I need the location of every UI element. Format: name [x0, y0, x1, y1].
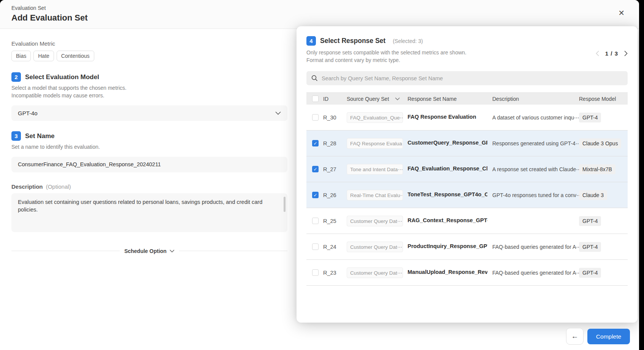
step-2-badge: 2 [11, 72, 21, 82]
row-id: R_27 [323, 166, 336, 172]
response-set-name-link[interactable]: ToneTest_Response_GPT4o_Conv⋯ [408, 191, 487, 197]
row-id: R_23 [323, 270, 336, 276]
response-set-name-link[interactable]: CustomerQuery_Response_GPT-⋯ [408, 140, 487, 146]
row-description: A dataset of various customer inqu⋯ [492, 115, 579, 121]
schedule-option-toggle[interactable]: Schedule Option [11, 248, 287, 254]
textarea-scrollbar[interactable] [284, 197, 286, 212]
add-evaluation-set-window: Evaluation Set Add Evaluation Set ✕ Eval… [0, 0, 639, 350]
window-header: Evaluation Set Add Evaluation Set ✕ [0, 0, 639, 29]
table-row[interactable]: ✓ R_28 FAQ Response Evalua⋯ CustomerQuer… [306, 130, 628, 156]
step-2-title: Select Evaluation Model [25, 73, 99, 81]
search-bar [306, 71, 628, 85]
row-id: R_30 [323, 115, 336, 121]
metric-chip-contentious[interactable]: Contentious [57, 51, 94, 61]
respose-model-pill: GPT-4 [579, 268, 601, 278]
step-2-description-line2: Incompatible models may cause errors. [11, 92, 287, 100]
source-query-set-tag: Real-Time Chat Evalu⋯ [347, 190, 403, 200]
respose-model-pill: Claude 3 [579, 190, 607, 200]
row-description: FAQ-based queries generated for A⋯ [492, 244, 581, 250]
row-checkbox[interactable] [312, 218, 319, 224]
breadcrumb: Evaluation Set [11, 5, 639, 11]
page-next-icon[interactable] [624, 51, 628, 56]
row-id: R_24 [323, 244, 336, 250]
evaluation-model-value: GPT-4o [18, 110, 38, 116]
source-query-set-tag: FAQ Response Evalua⋯ [347, 138, 403, 149]
table-row[interactable]: R_25 Customer Query Dat⋯ RAG_Context_Res… [306, 208, 628, 234]
arrow-left-icon: ← [571, 332, 579, 340]
step-4-description-line2: Format and content vary by metric type. [306, 57, 466, 64]
chevron-down-icon [170, 250, 179, 253]
step-3-title: Set Name [25, 132, 54, 140]
row-id: R_25 [323, 218, 336, 224]
response-set-name-link[interactable]: FAQ Response Evaluation [408, 114, 476, 120]
metric-chip-bias[interactable]: Bias [11, 51, 31, 61]
row-checkbox[interactable] [312, 243, 319, 250]
table-header-row: ID Source Query Set Response Set Name De… [306, 92, 628, 105]
complete-button[interactable]: Complete [587, 329, 630, 344]
source-query-set-tag: FAQ_Evaluation_Que⋯ [347, 112, 403, 123]
search-icon [311, 75, 318, 81]
row-checkbox[interactable]: ✓ [312, 166, 319, 172]
table-row[interactable]: R_30 FAQ_Evaluation_Que⋯ FAQ Response Ev… [306, 105, 628, 130]
chevron-down-icon [275, 111, 281, 115]
evaluation-model-select[interactable]: GPT-4o [11, 105, 287, 121]
row-checkbox[interactable]: ✓ [312, 192, 319, 198]
step-4-badge: 4 [306, 36, 316, 46]
table-row[interactable]: ✓ R_27 Tone and Intent Data⋯ FAQ_Evaluat… [306, 156, 628, 182]
back-button[interactable]: ← [566, 328, 584, 345]
table-row[interactable]: ✓ R_26 Real-Time Chat Evalu⋯ ToneTest_Re… [306, 182, 628, 208]
description-optional-label: (Optional) [46, 183, 71, 190]
header-description: Description [492, 96, 579, 102]
header-id: ID [323, 96, 347, 102]
respose-model-pill: Claude 3 Opus [579, 138, 621, 148]
source-query-set-tag: Customer Query Dat⋯ [347, 216, 403, 226]
chevron-down-icon[interactable] [395, 97, 400, 100]
respose-model-pill: GPT-4 [579, 216, 601, 226]
select-all-checkbox[interactable] [312, 95, 319, 102]
table-row[interactable]: R_23 Customer Query Dat⋯ ManualUpload_Re… [306, 260, 628, 286]
row-id: R_26 [323, 192, 336, 198]
row-description: FAQ-based queries generated for A⋯ [492, 270, 581, 276]
metric-chip-row: Bias Hate Contentious [11, 51, 287, 61]
selected-count: (Selected: 3) [393, 38, 423, 44]
row-description: GPT-4o responses tuned for a conv⋯ [492, 192, 582, 198]
row-checkbox[interactable] [312, 269, 319, 276]
respose-model-pill: GPT-4 [579, 242, 601, 252]
response-set-table: ID Source Query Set Response Set Name De… [306, 92, 628, 286]
row-description: Responses generated using GPT-4⋯ [492, 140, 581, 146]
page-prev-icon[interactable] [596, 51, 599, 56]
step-3-description: Set a name to identify this evaluation. [11, 143, 287, 151]
description-label: Description [11, 183, 43, 190]
header-source-query-set: Source Query Set [347, 96, 389, 102]
step-4-title: Select Response Set [320, 37, 385, 45]
response-set-name-link[interactable]: ProductInquiry_Response_GPT4_⋯ [408, 243, 487, 249]
response-set-name-link[interactable]: FAQ_Evaluation_Response_Claud⋯ [408, 165, 487, 172]
evaluation-metric-label: Evaluation Metric [11, 40, 287, 47]
respose-model-pill: GPT-4 [579, 113, 601, 123]
pagination: 1 / 3 [596, 43, 628, 64]
step-2-section: 2 Select Evaluation Model Select a model… [11, 72, 287, 121]
step-3-section: 3 Set Name Set a name to identify this e… [11, 131, 287, 172]
set-name-input[interactable] [11, 157, 287, 172]
source-query-set-tag: Customer Query Dat⋯ [347, 267, 403, 278]
header-respose-model: Respose Model [579, 96, 628, 102]
close-icon[interactable]: ✕ [618, 9, 625, 17]
row-id: R_28 [323, 140, 336, 146]
search-input[interactable] [322, 75, 623, 81]
metric-chip-hate[interactable]: Hate [33, 51, 54, 61]
source-query-set-tag: Customer Query Dat⋯ [347, 242, 403, 252]
row-checkbox[interactable] [312, 114, 319, 121]
response-set-name-link[interactable]: RAG_Context_Response_GPT-4_2⋯ [408, 217, 487, 223]
row-description: A response set created with Claude⋯ [492, 166, 581, 172]
schedule-option-label: Schedule Option [124, 248, 167, 254]
page-indicator: 1 / 3 [605, 50, 618, 57]
header-response-set-name: Response Set Name [408, 96, 492, 102]
step-4-description-line1: Only response sets compatible with the s… [306, 49, 466, 57]
description-textarea[interactable]: Evaluation set containing user questions… [11, 193, 287, 232]
response-set-name-link[interactable]: ManualUpload_Response_Revie⋯ [408, 269, 487, 275]
table-row[interactable]: R_24 Customer Query Dat⋯ ProductInquiry_… [306, 234, 628, 260]
evaluation-form: Evaluation Metric Bias Hate Contentious … [11, 29, 287, 254]
respose-model-pill: Mixtral-8x7B [579, 164, 615, 174]
row-checkbox[interactable]: ✓ [312, 140, 319, 146]
response-table-body: R_30 FAQ_Evaluation_Que⋯ FAQ Response Ev… [306, 105, 628, 286]
